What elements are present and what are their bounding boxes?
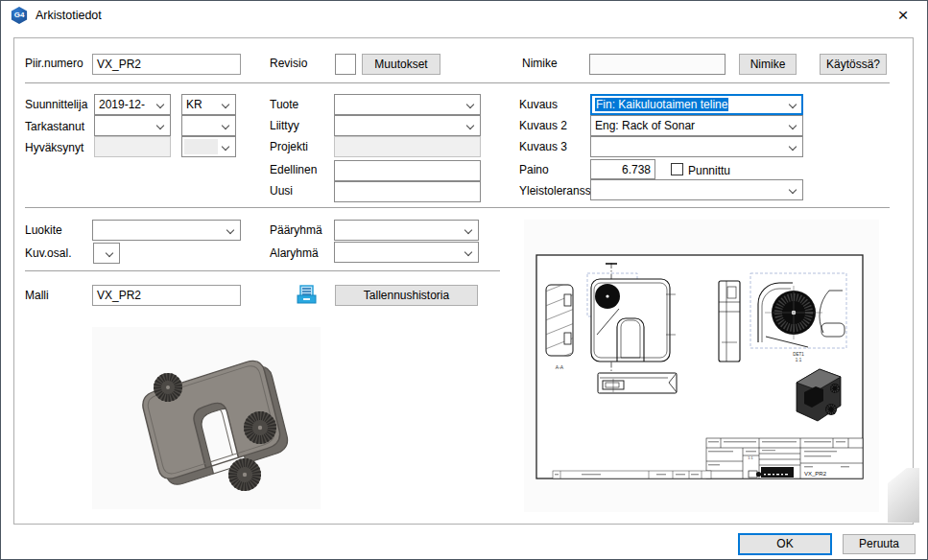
liittyy-combo[interactable] xyxy=(334,115,481,136)
chevron-down-icon xyxy=(222,143,229,151)
chevron-down-icon xyxy=(226,226,234,234)
archive-save-icon[interactable] xyxy=(297,285,317,305)
alaryhma-label: Alaryhmä xyxy=(270,246,319,261)
tuote-label: Tuote xyxy=(270,98,298,112)
chevron-down-icon xyxy=(466,101,474,108)
kuv-osal-combo[interactable] xyxy=(93,243,120,264)
chevron-down-icon xyxy=(464,248,472,256)
tallennushistoria-button[interactable]: Tallennushistoria xyxy=(335,285,478,306)
uusi-label: Uusi xyxy=(270,184,293,198)
kuvaus-label: Kuvaus xyxy=(519,98,558,112)
separator xyxy=(25,82,890,83)
tarkastanut-initials-combo[interactable] xyxy=(181,115,236,136)
malli-label: Malli xyxy=(25,289,49,303)
muutokset-button[interactable]: Muutokset xyxy=(362,54,440,75)
detail-view-label: DET1 xyxy=(793,352,804,357)
edellinen-label: Edellinen xyxy=(270,163,317,177)
kuvaus2-value: Eng: Rack of Sonar xyxy=(595,119,695,132)
arkistotiedot-dialog: G4 Arkistotiedot × Piir.numero VX_PR2 Re… xyxy=(0,0,928,560)
knurl-boss xyxy=(244,411,276,444)
tarkastanut-label: Tarkastanut xyxy=(25,120,84,134)
tuote-combo[interactable] xyxy=(334,94,481,115)
drawing-preview-image: A-A xyxy=(524,220,879,512)
chevron-down-icon xyxy=(222,101,229,108)
kaytossa-button[interactable]: Käytössä? xyxy=(820,54,887,75)
model-preview-image xyxy=(92,327,321,509)
chevron-down-icon xyxy=(789,101,797,108)
hyvaksynyt-field xyxy=(94,136,171,157)
kuvaus-combo[interactable]: Fin: Kaikuluotaimen teline xyxy=(590,94,803,115)
paino-label: Paino xyxy=(519,163,549,177)
nimike-label: Nimike xyxy=(522,57,558,71)
knurl-boss xyxy=(228,458,261,491)
piir-numero-field[interactable]: VX_PR2 xyxy=(92,54,241,75)
revisio-label: Revisio xyxy=(270,57,307,71)
nimike-field[interactable] xyxy=(589,54,726,75)
chevron-down-icon xyxy=(789,186,797,194)
chevron-down-icon xyxy=(466,122,474,129)
alaryhma-combo[interactable] xyxy=(334,242,479,263)
peruuta-button[interactable]: Peruuta xyxy=(843,534,916,554)
revisio-field[interactable] xyxy=(335,54,356,75)
malli-field[interactable]: VX_PR2 xyxy=(92,285,241,306)
punnittu-label: Punnittu xyxy=(688,164,730,178)
disabled-fill xyxy=(184,139,218,154)
chevron-down-icon xyxy=(222,122,229,129)
suunnittelija-label: Suunnittelija xyxy=(25,98,87,112)
chevron-down-icon xyxy=(156,122,164,129)
punnittu-checkbox[interactable] xyxy=(671,163,683,175)
kuvaus3-combo[interactable] xyxy=(590,136,803,157)
kuvaus3-label: Kuvaus 3 xyxy=(519,140,567,154)
svg-text:1:1: 1:1 xyxy=(748,455,753,460)
piir-numero-label: Piir.numero xyxy=(25,57,83,71)
chevron-down-icon xyxy=(156,101,164,108)
suunnittelija-initials-value: KR xyxy=(186,98,202,111)
kuvaus2-label: Kuvaus 2 xyxy=(519,119,567,133)
tarkastanut-date-combo[interactable] xyxy=(94,115,171,136)
ok-button[interactable]: OK xyxy=(738,533,832,555)
nimike-button[interactable]: Nimike xyxy=(739,54,797,75)
kuvaus2-combo[interactable]: Eng: Rack of Sonar xyxy=(590,115,803,136)
paaryhma-combo[interactable] xyxy=(334,220,479,241)
yleistoleranssi-combo[interactable] xyxy=(590,179,803,200)
kuv-osal-label: Kuv.osal. xyxy=(25,246,71,261)
luokite-combo[interactable] xyxy=(92,220,241,241)
close-icon[interactable]: × xyxy=(892,5,914,26)
uusi-field[interactable] xyxy=(334,181,481,202)
chevron-down-icon xyxy=(789,122,797,129)
hyvaksynyt-label: Hyväksynyt xyxy=(25,141,83,155)
knurl-boss xyxy=(154,373,182,402)
suunnittelija-date-combo[interactable]: 2019-12-13 xyxy=(94,94,171,115)
suunnittelija-initials-combo[interactable]: KR xyxy=(181,94,236,115)
separator xyxy=(25,270,500,271)
projekti-label: Projekti xyxy=(270,140,308,154)
projekti-field xyxy=(334,136,481,157)
window-title: Arkistotiedot xyxy=(36,9,102,22)
paino-field[interactable]: 6.738 xyxy=(590,159,655,179)
separator xyxy=(25,207,890,208)
section-view-label: A-A xyxy=(556,364,564,370)
detail-scale-label: 1:1 xyxy=(796,358,802,362)
kuvaus-value-selected: Fin: Kaikuluotaimen teline xyxy=(595,98,728,111)
paaryhma-label: Pääryhmä xyxy=(270,223,322,238)
edellinen-field[interactable] xyxy=(334,160,481,181)
titlebar: G4 Arkistotiedot × xyxy=(1,1,927,30)
hyvaksynyt-combo[interactable] xyxy=(181,136,236,157)
luokite-label: Luokite xyxy=(25,223,62,238)
titleblock-number: VX_PR2 xyxy=(804,471,827,477)
yleistoleranssi-label: Yleistoleranssi xyxy=(519,184,593,198)
app-icon: G4 xyxy=(11,7,28,24)
chevron-down-icon xyxy=(106,249,113,257)
chevron-down-icon xyxy=(464,226,472,234)
chevron-down-icon xyxy=(789,143,797,151)
liittyy-label: Liittyy xyxy=(270,119,299,133)
